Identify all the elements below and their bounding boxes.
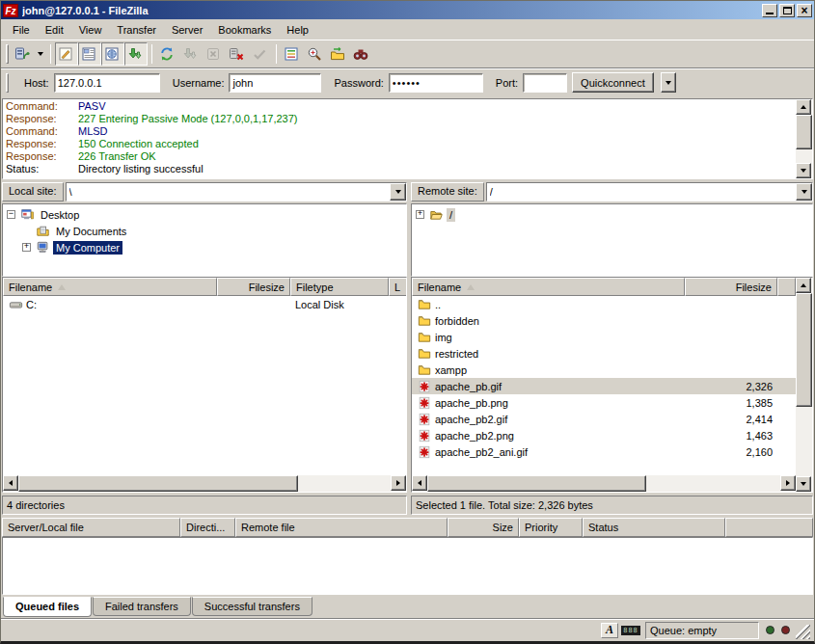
refresh-button[interactable]: [156, 42, 179, 66]
remote-site-input[interactable]: [487, 183, 796, 201]
scroll-up-button[interactable]: [796, 99, 811, 115]
tab-successful-transfers[interactable]: Successful transfers: [192, 597, 312, 616]
expander-plus-icon[interactable]: +: [416, 210, 424, 219]
remote-file-row-apache-pb-png[interactable]: apache_pb.png1,385: [412, 394, 796, 411]
remote-site-combo[interactable]: [486, 182, 813, 201]
local-tree-item-desktop[interactable]: −Desktop: [3, 206, 406, 223]
column-header-l[interactable]: L: [389, 278, 406, 296]
tab-queued-files[interactable]: Queued files: [3, 597, 92, 617]
remote-file-row-forbidden[interactable]: forbidden: [412, 312, 796, 329]
log-type-label: Command:: [3, 125, 78, 138]
scroll-left-button[interactable]: [3, 475, 18, 491]
chevron-down-icon: [666, 81, 671, 85]
remote-vscrollbar[interactable]: [796, 278, 812, 492]
transfer-type-indicator[interactable]: A: [601, 623, 618, 638]
column-header-filetype[interactable]: Filetype: [290, 278, 389, 296]
menu-view[interactable]: View: [71, 21, 110, 39]
local-hscrollbar[interactable]: [3, 475, 406, 492]
remote-file-row-apache-pb2-ani-gif[interactable]: apache_pb2_ani.gif2,160: [412, 443, 796, 460]
queue-body[interactable]: [2, 537, 813, 595]
process-queue-button[interactable]: [179, 42, 203, 66]
quickconnect-dropdown-button[interactable]: [661, 72, 676, 93]
log-scrollbar[interactable]: [796, 99, 812, 178]
local-tree-item-my-documents[interactable]: My Documents: [3, 223, 406, 239]
remote-tree-item-[interactable]: +/: [412, 206, 812, 223]
column-header-server-local-file[interactable]: Server/Local file: [2, 518, 180, 537]
scroll-thumb[interactable]: [796, 293, 812, 407]
site-manager-button[interactable]: [12, 42, 35, 66]
menu-help[interactable]: Help: [279, 21, 316, 39]
port-input[interactable]: [523, 73, 567, 93]
remote-file-row-apache-pb-gif[interactable]: apache_pb.gif2,326: [412, 378, 796, 394]
scroll-thumb[interactable]: [427, 475, 646, 492]
menu-edit[interactable]: Edit: [38, 21, 71, 39]
remote-file-row-xampp[interactable]: xampp: [412, 362, 796, 378]
menu-transfer[interactable]: Transfer: [109, 21, 164, 39]
title-bar[interactable]: Fz john@127.0.0.1 - FileZilla ×: [1, 1, 814, 19]
site-manager-dropdown-button[interactable]: [35, 42, 46, 66]
scroll-thumb[interactable]: [796, 115, 812, 149]
scroll-right-button[interactable]: [391, 475, 406, 491]
toggle-remote-tree-button[interactable]: [101, 42, 124, 66]
column-header-status[interactable]: Status: [583, 518, 725, 537]
remote-file-row-restricted[interactable]: restricted: [412, 345, 796, 362]
filter-button[interactable]: [281, 42, 304, 66]
compare-button[interactable]: [304, 42, 327, 66]
find-button[interactable]: [350, 42, 373, 66]
remote-hscrollbar[interactable]: [412, 475, 796, 492]
tab-failed-transfers[interactable]: Failed transfers: [93, 597, 191, 616]
local-tree-item-my-computer[interactable]: +My Computer: [3, 239, 406, 255]
scroll-up-button[interactable]: [796, 278, 811, 293]
scroll-right-button[interactable]: [780, 475, 796, 491]
resize-grip[interactable]: [796, 625, 810, 639]
remote-site-dropdown-button[interactable]: [796, 183, 812, 201]
password-input[interactable]: [389, 73, 483, 93]
menu-server[interactable]: Server: [164, 21, 210, 39]
quickconnect-button[interactable]: Quickconnect: [572, 72, 654, 93]
column-header-filesize[interactable]: Filesize: [685, 278, 777, 296]
remote-file-row-apache-pb2-gif[interactable]: apache_pb2.gif2,414: [412, 411, 796, 427]
column-header-filename[interactable]: Filename: [412, 278, 685, 296]
maximize-button[interactable]: [779, 4, 795, 17]
menu-file[interactable]: File: [5, 21, 38, 39]
username-input[interactable]: [229, 73, 321, 93]
close-button[interactable]: ×: [797, 4, 812, 17]
cancel-button[interactable]: [203, 42, 226, 66]
column-header-remote-file[interactable]: Remote file: [235, 518, 448, 537]
column-header-filename[interactable]: Filename: [3, 278, 217, 296]
disk-icon: [8, 297, 23, 311]
sync-browse-button[interactable]: [327, 42, 350, 66]
sync-browse-icon: [330, 47, 345, 62]
remote-file-row-img[interactable]: img: [412, 329, 796, 345]
local-site-input[interactable]: [67, 183, 390, 201]
speedlimit-indicator[interactable]: 888: [622, 623, 639, 638]
expander-plus-icon[interactable]: +: [22, 243, 31, 252]
local-file-row-c[interactable]: C:Local Disk: [3, 296, 406, 312]
local-site-dropdown-button[interactable]: [390, 183, 406, 201]
toggle-queue-button[interactable]: [124, 42, 148, 66]
reconnect-button[interactable]: [249, 42, 272, 66]
scroll-down-button[interactable]: [796, 163, 811, 178]
scroll-thumb[interactable]: [18, 475, 298, 492]
column-header-priority[interactable]: Priority: [519, 518, 583, 537]
host-input[interactable]: [54, 73, 160, 93]
remote-file-row-[interactable]: ..: [412, 296, 796, 312]
minimize-button[interactable]: [762, 4, 777, 17]
expander-minus-icon[interactable]: −: [7, 210, 15, 219]
column-header-directi[interactable]: Directi...: [180, 518, 235, 537]
column-header-filesize[interactable]: Filesize: [217, 278, 290, 296]
toggle-local-tree-button[interactable]: [78, 42, 101, 66]
scroll-down-button[interactable]: [796, 476, 811, 492]
disconnect-button[interactable]: [226, 42, 249, 66]
arrow-left-icon: [9, 480, 13, 486]
scroll-left-button[interactable]: [412, 475, 427, 491]
cancel-icon: [205, 47, 221, 62]
toolbar-grip[interactable]: [6, 44, 9, 64]
toolbar-grip[interactable]: [6, 73, 9, 93]
remote-file-row-apache-pb2-png[interactable]: apache_pb2.png1,463: [412, 427, 796, 443]
cell: 2,160: [685, 446, 777, 458]
menu-bookmarks[interactable]: Bookmarks: [210, 21, 279, 39]
toggle-log-button[interactable]: [55, 42, 78, 66]
local-site-combo[interactable]: [66, 182, 407, 201]
column-header-size[interactable]: Size: [448, 518, 519, 537]
